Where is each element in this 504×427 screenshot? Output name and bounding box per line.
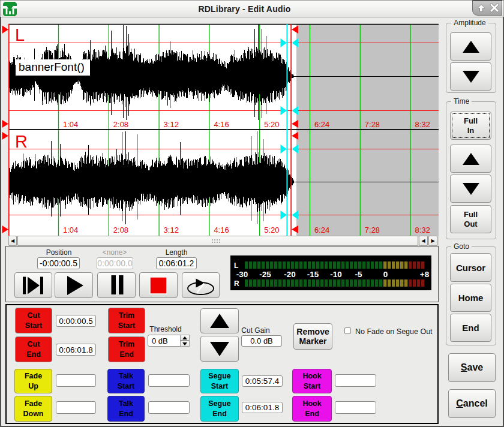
svg-text:1:04: 1:04	[63, 120, 78, 129]
svg-text:R: R	[234, 279, 239, 288]
svg-text:1:04: 1:04	[63, 225, 78, 234]
svg-text:4:16: 4:16	[214, 225, 229, 234]
svg-text:8:32: 8:32	[415, 120, 430, 129]
svg-text:0: 0	[383, 270, 388, 279]
svg-text:L: L	[234, 261, 238, 270]
svg-text:-5: -5	[355, 270, 362, 279]
svg-text:7:28: 7:28	[365, 225, 380, 234]
svg-text:3:12: 3:12	[164, 120, 179, 129]
svg-text:5:20: 5:20	[264, 120, 279, 129]
svg-text:2:08: 2:08	[113, 225, 128, 234]
svg-text:2:08: 2:08	[113, 120, 128, 129]
svg-text:4:16: 4:16	[214, 120, 229, 129]
svg-text:bannerFont(): bannerFont()	[19, 61, 85, 73]
svg-text:-25: -25	[259, 270, 271, 279]
svg-text:3:12: 3:12	[164, 225, 179, 234]
svg-text:-30: -30	[236, 270, 248, 279]
svg-text:+8: +8	[420, 270, 430, 279]
svg-text:6:24: 6:24	[314, 120, 329, 129]
svg-text:-20: -20	[284, 270, 296, 279]
svg-text:-15: -15	[307, 270, 319, 279]
svg-text:L: L	[15, 25, 25, 44]
svg-text:5:20: 5:20	[264, 225, 279, 234]
svg-text:-10: -10	[330, 270, 342, 279]
svg-text:6:24: 6:24	[314, 225, 329, 234]
svg-text:R: R	[15, 132, 28, 151]
svg-text:8:32: 8:32	[415, 225, 430, 234]
svg-text:7:28: 7:28	[365, 120, 380, 129]
